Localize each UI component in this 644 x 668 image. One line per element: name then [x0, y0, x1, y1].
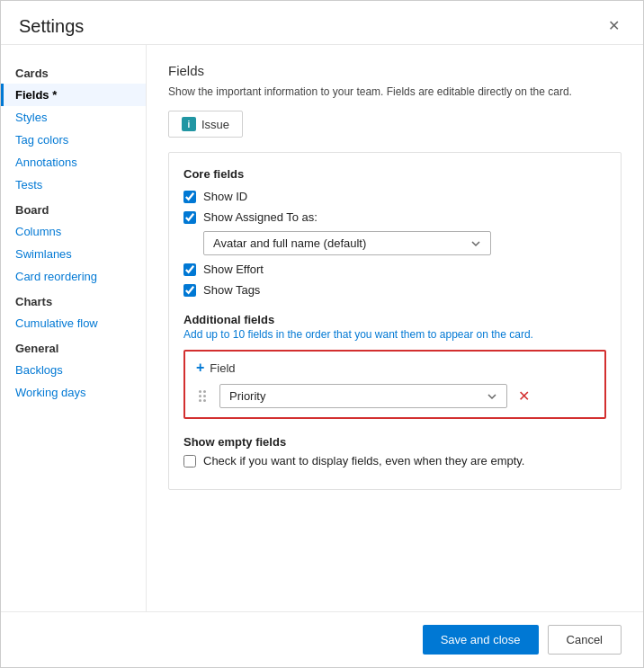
sidebar-item-swimlanes[interactable]: Swimlanes — [1, 243, 146, 265]
show-tags-row: Show Tags — [183, 283, 606, 297]
priority-select[interactable]: Priority — [219, 384, 507, 408]
issue-icon: i — [182, 117, 196, 131]
show-empty-fields-title: Show empty fields — [183, 435, 606, 449]
settings-dialog: Settings ✕ Cards Fields * Styles Tag col… — [0, 0, 644, 668]
save-and-close-button[interactable]: Save and close — [423, 625, 539, 655]
drag-dot-row-3 — [199, 399, 210, 402]
show-tags-label: Show Tags — [203, 283, 260, 297]
drag-handle[interactable] — [196, 388, 212, 404]
section-description: Show the important information to your t… — [168, 85, 622, 98]
dialog-body: Cards Fields * Styles Tag colors Annotat… — [1, 45, 643, 611]
sidebar-item-tag-colors[interactable]: Tag colors — [1, 129, 146, 151]
additional-fields-title: Additional fields — [183, 313, 606, 326]
sidebar-section-cards: Cards — [1, 59, 146, 84]
core-fields-section: Core fields Show ID Show Assigned To as:… — [183, 167, 606, 297]
additional-fields-desc: Add up to 10 fields in the order that yo… — [183, 328, 606, 341]
sidebar-item-fields[interactable]: Fields * — [1, 84, 146, 106]
show-id-row: Show ID — [183, 190, 606, 203]
sidebar-item-working-days[interactable]: Working days — [1, 381, 146, 404]
add-field-button[interactable]: + Field — [196, 361, 236, 375]
add-field-label: Field — [210, 361, 235, 375]
show-assigned-to-label: Show Assigned To as: — [203, 210, 318, 224]
sidebar-section-general: General — [1, 334, 146, 359]
sidebar-section-charts: Charts — [1, 288, 146, 312]
drag-dot-row-1 — [199, 390, 210, 393]
tab-issue[interactable]: i Issue — [168, 111, 243, 138]
cancel-button[interactable]: Cancel — [548, 625, 622, 655]
show-id-label: Show ID — [203, 190, 247, 203]
show-empty-fields-row: Check if you want to display fields, eve… — [183, 454, 606, 468]
main-content: Fields Show the important information to… — [147, 45, 643, 611]
show-id-checkbox[interactable] — [183, 191, 196, 203]
fields-content-area: Core fields Show ID Show Assigned To as:… — [168, 152, 622, 490]
dialog-title: Settings — [19, 16, 84, 37]
show-empty-fields-section: Show empty fields Check if you want to d… — [183, 435, 606, 468]
page-title: Fields — [168, 63, 622, 78]
dialog-footer: Save and close Cancel — [1, 611, 643, 667]
show-empty-fields-checkbox[interactable] — [183, 455, 196, 468]
sidebar-item-backlogs[interactable]: Backlogs — [1, 359, 146, 381]
sidebar-item-cumulative-flow[interactable]: Cumulative flow — [1, 312, 146, 334]
remove-field-button[interactable]: ✕ — [514, 387, 533, 405]
sidebar-section-board: Board — [1, 196, 146, 220]
sidebar-item-styles[interactable]: Styles — [1, 106, 146, 129]
show-assigned-to-checkbox[interactable] — [183, 211, 196, 224]
show-empty-fields-desc: Check if you want to display fields, eve… — [203, 454, 524, 468]
show-effort-row: Show Effort — [183, 263, 606, 276]
dialog-header: Settings ✕ — [1, 1, 643, 45]
drag-dot — [199, 395, 201, 397]
sidebar-item-annotations[interactable]: Annotations — [1, 151, 146, 174]
avatar-dropdown-row: Avatar and full name (default) — [203, 231, 606, 255]
drag-dot — [203, 395, 206, 397]
sidebar-item-columns[interactable]: Columns — [1, 220, 146, 243]
sidebar-item-tests[interactable]: Tests — [1, 174, 146, 196]
drag-dot — [199, 399, 201, 402]
drag-dot — [203, 390, 206, 393]
sidebar-item-card-reordering[interactable]: Card reordering — [1, 265, 146, 288]
drag-dot — [199, 390, 201, 393]
sidebar: Cards Fields * Styles Tag colors Annotat… — [1, 45, 147, 611]
priority-field-row: Priority ✕ — [196, 384, 594, 408]
show-effort-checkbox[interactable] — [183, 263, 196, 276]
tab-issue-label: Issue — [201, 118, 229, 131]
show-assigned-to-row: Show Assigned To as: — [183, 210, 606, 224]
core-fields-title: Core fields — [183, 167, 606, 181]
drag-dot-row-2 — [199, 395, 210, 397]
additional-fields-section: Additional fields Add up to 10 fields in… — [183, 313, 606, 419]
show-tags-checkbox[interactable] — [183, 284, 196, 297]
close-button[interactable]: ✕ — [603, 15, 625, 37]
add-field-container: + Field — [183, 350, 606, 419]
tab-bar: i Issue — [168, 111, 622, 138]
plus-icon: + — [196, 361, 204, 375]
avatar-select[interactable]: Avatar and full name (default) — [203, 231, 491, 255]
show-effort-label: Show Effort — [203, 263, 264, 276]
drag-dot — [203, 399, 206, 402]
